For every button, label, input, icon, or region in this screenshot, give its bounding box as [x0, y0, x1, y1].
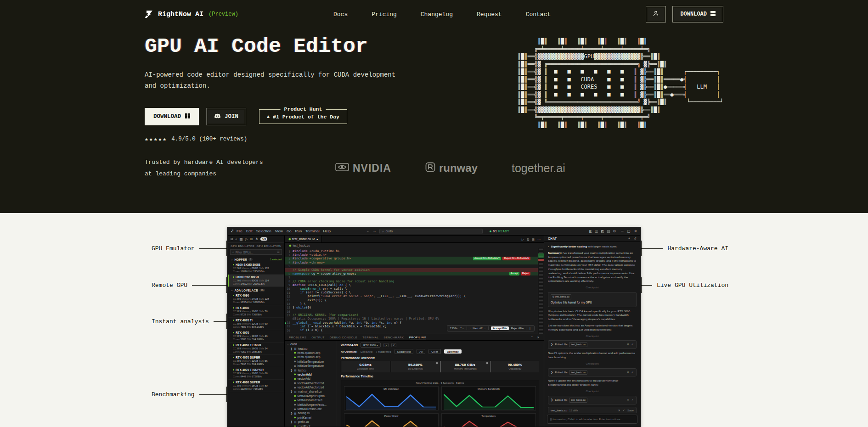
discord-join-button[interactable]: JOIN: [206, 108, 246, 125]
gpu-list-item[interactable]: RTX 4090CC 8.9 Memory 24GB SMs 128Cores …: [228, 293, 284, 305]
tree-item[interactable]: ⬢scanBlock: [285, 424, 336, 427]
gpu-filter-input[interactable]: ⌕ Filter GPUs... ☰: [230, 249, 282, 255]
menu-terminal[interactable]: Terminal: [305, 229, 319, 233]
layout-icon[interactable]: ⊞: [532, 238, 535, 242]
code-line[interactable]: 4#include <chrono>: [285, 261, 538, 264]
forward-icon[interactable]: →: [372, 229, 376, 233]
tree-item[interactable]: ⬢heatEquationStep: [285, 355, 336, 359]
layout-custom-icon[interactable]: ▤: [607, 229, 610, 233]
all-button[interactable]: All: [417, 349, 425, 354]
code-line[interactable]: 7: [285, 275, 538, 279]
menu-run[interactable]: Run: [295, 229, 302, 233]
panel-close-icon[interactable]: ✕: [537, 336, 540, 339]
checkpoint-divider[interactable]: Checkpoint: [548, 362, 637, 366]
nav-link-pricing[interactable]: Pricing: [372, 11, 397, 18]
file-chip[interactable]: ⧉ test_basic.cu: [551, 294, 571, 299]
brand[interactable]: RightNow AI (Preview): [145, 10, 238, 18]
nav-link-changelog[interactable]: Changelog: [421, 11, 453, 18]
export-button[interactable]: ↗: [391, 343, 396, 347]
panel-tab-output[interactable]: OUTPUT: [311, 336, 324, 339]
accept-diff-button[interactable]: Accept Ctrl+Shift+Alt+Y: [473, 257, 502, 260]
unsaved-dot-icon[interactable]: ●: [316, 238, 318, 241]
menu-help[interactable]: Help: [323, 229, 330, 233]
more-actions-icon[interactable]: ⋯: [537, 238, 541, 242]
panel-tab-benchmark[interactable]: BENCHMARK: [384, 336, 404, 339]
code-line[interactable]: 3#include <cooperative_groups.h>Accept C…: [285, 257, 538, 260]
tree-item[interactable]: ⬢initializeTemperature: [285, 360, 336, 364]
reject-icon[interactable]: ✕: [627, 398, 629, 402]
code-line[interactable]: // Simple CUDA kernel for vector additio…: [285, 268, 538, 272]
chat-input[interactable]: [547, 415, 637, 424]
clear-button[interactable]: Clear: [428, 349, 441, 354]
code-line[interactable]: 15} while(0): [285, 306, 538, 309]
edited-file-card[interactable]: ❯Edited filetest_basic.cu✕✓: [548, 368, 637, 377]
reject-icon[interactable]: ✕: [618, 409, 620, 413]
gpu-list-item[interactable]: H100 SXM5 80GBCC 9.0 Memory 80GB SMs 132…: [228, 262, 284, 275]
gpu-list-item[interactable]: RTX 4070 SUPERCC 8.9 Memory 12GB SMs 56C…: [228, 355, 284, 367]
diff-up-down-icons[interactable]: ⌃⌄: [460, 327, 464, 330]
code-line[interactable]: 1#include <cuda_runtime.h>: [285, 249, 538, 253]
code-editor[interactable]: 1#include <cuda_runtime.h>2#include <std…: [285, 248, 544, 334]
gpu-group-header[interactable]: ⌄ADA LOVELACE16: [228, 287, 284, 293]
tree-item[interactable]: ❯▤matmul_shared.cu: [285, 389, 336, 393]
layout-panel-left-icon[interactable]: ◧: [589, 229, 592, 233]
panel-collapse-icon[interactable]: ⌃: [531, 336, 534, 339]
gpu-chip-icon[interactable]: ▦: [240, 237, 243, 241]
explorer-icon[interactable]: ⧉: [231, 237, 233, 242]
extensions-icon[interactable]: ⊞: [250, 237, 253, 241]
checkpoint-divider[interactable]: Checkpoint: [548, 389, 637, 393]
nav-link-request[interactable]: Request: [477, 11, 502, 18]
reject-diff-button[interactable]: Reject Ctrl+Shift+Alt+N: [502, 257, 530, 260]
accept-icon[interactable]: ✓: [631, 343, 634, 347]
code-line[interactable]: 14 } \: [285, 302, 538, 306]
code-line[interactable]: 13 exit(1); \: [285, 298, 538, 302]
code-line[interactable]: 2#include <stdio.h>: [285, 253, 538, 257]
save-button[interactable]: Save: [627, 409, 634, 413]
chat-history-icon[interactable]: ↺: [634, 237, 637, 241]
layout-panel-bottom-icon[interactable]: ◫: [595, 229, 598, 233]
code-line[interactable]: 16: [285, 309, 538, 313]
accept-icon[interactable]: ✓: [631, 371, 634, 375]
menu-go[interactable]: Go: [287, 229, 292, 233]
tree-item[interactable]: ❯▤boiling.cu: [285, 411, 336, 415]
reject-icon[interactable]: ✕: [627, 343, 629, 347]
optimize-button[interactable]: Optimize: [444, 349, 462, 354]
run-profile-button[interactable]: ▷: [383, 343, 389, 347]
reject-diff-button[interactable]: Reject: [521, 272, 530, 275]
tree-item[interactable]: ⬢printKernel: [285, 416, 336, 420]
panel-tab-problems[interactable]: PROBLEMS: [289, 336, 306, 339]
new-chat-icon[interactable]: +: [628, 237, 631, 241]
code-line[interactable]: 5: [285, 264, 538, 268]
panel-tab-terminal[interactable]: TERMINAL: [362, 336, 378, 339]
code-line[interactable]: 12 printf("CUDA error at %s:%d - %s\n", …: [285, 294, 538, 298]
menu-file[interactable]: File: [237, 229, 242, 233]
close-icon[interactable]: ✕: [634, 229, 637, 233]
reject-icon[interactable]: ✕: [627, 371, 629, 375]
tree-item[interactable]: ⬢MatMulAmpereOptim...: [285, 394, 336, 398]
gpu-list-item[interactable]: RTX 4070CC 8.9 Memory 12GB SMs 46Cores 5…: [228, 330, 284, 343]
account-button[interactable]: [646, 6, 666, 22]
gpu-list-item[interactable]: RTX 4080 SUPERCC 8.9 Memory 16GB SMs 80C…: [228, 380, 284, 392]
back-icon[interactable]: ←: [366, 229, 370, 233]
chat-input-field[interactable]: [550, 418, 635, 421]
nav-download-button[interactable]: DOWNLOAD: [672, 6, 723, 22]
reject-file-button[interactable]: Reject File: [511, 327, 524, 330]
filter-options-icon[interactable]: ☰: [277, 250, 280, 254]
gpu-list-item[interactable]: RTX 4070 Ti SUPERCC 8.9 Memory 16GB SMs …: [228, 367, 284, 380]
code-line[interactable]: 18▶__global__ void vectorAdd(int *a, int…: [285, 321, 538, 325]
tree-item[interactable]: ⌄cuda: [285, 342, 336, 346]
panel-tab-debug-console[interactable]: DEBUG CONSOLE: [330, 336, 357, 339]
gpu-list-item[interactable]: RTX 4060 Ti 16GBCC 8.9 Memory 16GB SMs 3…: [228, 343, 284, 355]
accept-icon[interactable]: ✓: [623, 409, 625, 413]
maximize-icon[interactable]: ▢: [627, 229, 631, 233]
tree-item[interactable]: ⬢MatMulSharedTiled: [285, 398, 336, 402]
minimize-icon[interactable]: ─: [621, 229, 623, 233]
file-change-row[interactable]: test_basic.cu12 diffs✕✓Save: [548, 407, 636, 413]
minimap[interactable]: [538, 248, 544, 334]
tree-item[interactable]: ❯▤prefix.cu: [285, 420, 336, 424]
code-line[interactable]: 6namespace cg = cooperative_groups;Accep…: [285, 272, 538, 275]
accept-file-button[interactable]: Accept File: [491, 326, 509, 330]
code-line[interactable]: 10 cudaError_t err = call; \: [285, 287, 538, 291]
code-line[interactable]: @Static Occupancy: 100% | Registers: 16 …: [285, 317, 538, 320]
menu-selection[interactable]: Selection: [256, 229, 271, 233]
